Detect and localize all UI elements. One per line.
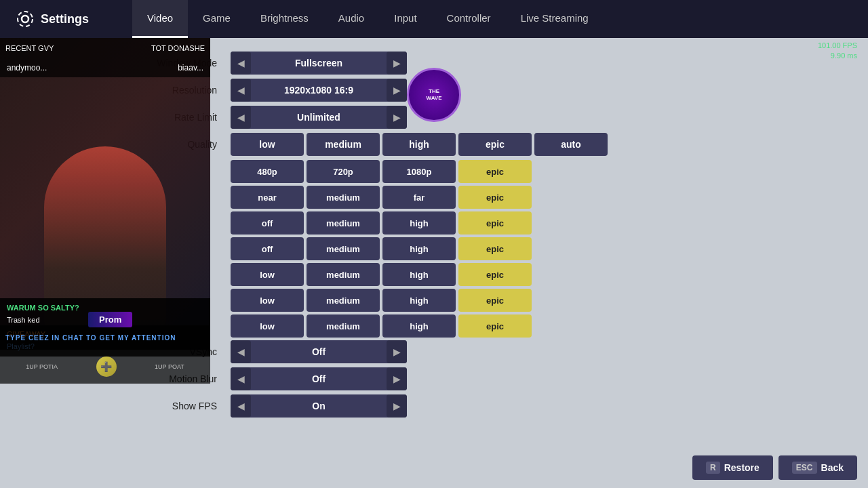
chat-username: WARUM SO SALTY? (7, 304, 79, 312)
detail-cells-6: lowmediumhighepic (231, 314, 532, 338)
detail-cell-0-1[interactable]: 720p (307, 160, 380, 183)
detail-cell-5-3[interactable]: epic (458, 289, 532, 312)
window-mode-row: Window Mode ◀ Fullscreen ▶ (108, 52, 814, 75)
detail-grid: 480p720p1080pepicnearmediumfarepicoffmed… (108, 160, 814, 338)
vsync-prev[interactable]: ◀ (231, 340, 251, 363)
detail-cell-2-3[interactable]: epic (458, 211, 532, 235)
rate-limit-next[interactable]: ▶ (387, 106, 407, 129)
detail-cell-6-1[interactable]: medium (307, 314, 380, 338)
detail-cells-5: lowmediumhighepic (231, 289, 532, 312)
rate-limit-row: Rate Limit ◀ Unlimited ▶ (108, 106, 814, 129)
detail-cell-4-1[interactable]: medium (307, 263, 380, 286)
show-fps-row: Show FPS ◀ On ▶ (108, 394, 814, 418)
detail-cell-0-0[interactable]: 480p (231, 160, 304, 183)
stream-top-bar: RECENT GVY TOT DONASHE (0, 38, 210, 58)
show-fps-prev[interactable]: ◀ (231, 394, 251, 418)
detail-row-3: offmediumhighepic (108, 237, 814, 260)
detail-cell-2-1[interactable]: medium (307, 211, 380, 235)
detail-row-1: nearmediumfarepic (108, 186, 814, 209)
svg-point-1 (18, 12, 33, 26)
quality-medium[interactable]: medium (307, 133, 380, 156)
detail-cell-1-2[interactable]: far (382, 186, 456, 209)
quality-auto[interactable]: auto (534, 133, 608, 156)
detail-cell-3-2[interactable]: high (382, 237, 456, 260)
detail-cell-2-0[interactable]: off (231, 211, 304, 235)
tab-audio[interactable]: Audio (323, 0, 379, 38)
detail-cells-0: 480p720p1080pepic (231, 160, 532, 183)
detail-cell-3-0[interactable]: off (231, 237, 304, 260)
back-key: ESC (792, 462, 817, 474)
detail-cell-6-3[interactable]: epic (458, 314, 532, 338)
detail-cells-3: offmediumhighepic (231, 237, 532, 260)
restore-button[interactable]: R Restore (692, 455, 773, 480)
detail-cell-1-0[interactable]: near (231, 186, 304, 209)
plus-icon: ➕ (96, 357, 117, 377)
detail-cell-1-1[interactable]: medium (307, 186, 380, 209)
tab-controller[interactable]: Controller (432, 0, 506, 38)
tab-brightness[interactable]: Brightness (245, 0, 323, 38)
icon-label-left: 1UP POTIA (26, 363, 58, 370)
rate-limit-prev[interactable]: ◀ (231, 106, 251, 129)
detail-cell-6-2[interactable]: high (382, 314, 456, 338)
detail-cell-0-3[interactable]: epic (458, 160, 532, 183)
quality-high[interactable]: high (382, 133, 456, 156)
top-nav: Settings Video Game Brightness Audio Inp… (0, 0, 868, 38)
rate-limit-selector: ◀ Unlimited ▶ (231, 106, 407, 129)
detail-cell-4-0[interactable]: low (231, 263, 304, 286)
window-mode-prev[interactable]: ◀ (231, 52, 251, 75)
detail-cells-2: offmediumhighepic (231, 211, 532, 235)
detail-cell-5-1[interactable]: medium (307, 289, 380, 312)
detail-cell-4-2[interactable]: high (382, 263, 456, 286)
stream-tot-donashe: TOT DONASHE (151, 44, 205, 52)
window-mode-next[interactable]: ▶ (387, 52, 407, 75)
detail-cell-3-1[interactable]: medium (307, 237, 380, 260)
quality-low[interactable]: low (231, 133, 304, 156)
detail-cells-4: lowmediumhighepic (231, 263, 532, 286)
tab-live-streaming[interactable]: Live Streaming (506, 0, 604, 38)
detail-cell-2-2[interactable]: high (382, 211, 456, 235)
stream-names-bar: andymoo... biaav... (0, 58, 210, 77)
promo-text: Prom (99, 314, 121, 325)
detail-cell-6-0[interactable]: low (231, 314, 304, 338)
tab-game[interactable]: Game (188, 0, 245, 38)
stream-name-left: andymoo... (7, 63, 47, 73)
icon-label-right: 1UP POAT (155, 363, 184, 370)
bottom-bar: R Restore ESC Back (682, 447, 868, 488)
motion-blur-prev[interactable]: ◀ (231, 367, 251, 390)
gear-icon (16, 10, 34, 28)
stream-name-right: biaav... (178, 63, 203, 73)
restore-label: Restore (724, 462, 760, 473)
quality-epic[interactable]: epic (458, 133, 532, 156)
detail-cell-4-3[interactable]: epic (458, 263, 532, 286)
restore-key: R (706, 462, 720, 474)
show-fps-next[interactable]: ▶ (387, 394, 407, 418)
back-button[interactable]: ESC Back (778, 455, 857, 480)
detail-cell-5-0[interactable]: low (231, 289, 304, 312)
app-logo: Settings (0, 10, 105, 28)
detail-row-2: offmediumhighepic (108, 211, 814, 235)
motion-blur-next[interactable]: ▶ (387, 367, 407, 390)
tab-input[interactable]: Input (379, 0, 431, 38)
show-fps-label: Show FPS (108, 401, 231, 411)
show-fps-selector: ◀ On ▶ (231, 394, 407, 418)
back-label: Back (821, 462, 844, 473)
tab-video[interactable]: Video (132, 0, 188, 38)
stream-type-ceez: TYPE CEEZ IN CHAT TO GET MY ATTENTION (0, 325, 210, 350)
type-ceez-text: TYPE CEEZ IN CHAT TO GET MY ATTENTION (5, 334, 176, 342)
svg-point-0 (22, 16, 28, 22)
stream-logo: THEWAVE (407, 68, 461, 122)
resolution-next[interactable]: ▶ (387, 79, 407, 102)
detail-cell-0-2[interactable]: 1080p (382, 160, 456, 183)
vsync-next[interactable]: ▶ (387, 340, 407, 363)
stream-icons-row: 1UP POTIA ➕ 1UP POAT (0, 350, 210, 384)
detail-cell-5-2[interactable]: high (382, 289, 456, 312)
vsync-row: VSync ◀ Off ▶ (108, 340, 814, 363)
detail-cell-3-3[interactable]: epic (458, 237, 532, 260)
quality-row: Quality low medium high epic auto (108, 133, 814, 156)
resolution-prev[interactable]: ◀ (231, 79, 251, 102)
motion-blur-selector: ◀ Off ▶ (231, 367, 407, 390)
chat-message1: Trash ked (7, 316, 40, 324)
stream-icon-center: ➕ (96, 357, 117, 377)
vsync-value: Off (251, 346, 387, 357)
detail-cell-1-3[interactable]: epic (458, 186, 532, 209)
